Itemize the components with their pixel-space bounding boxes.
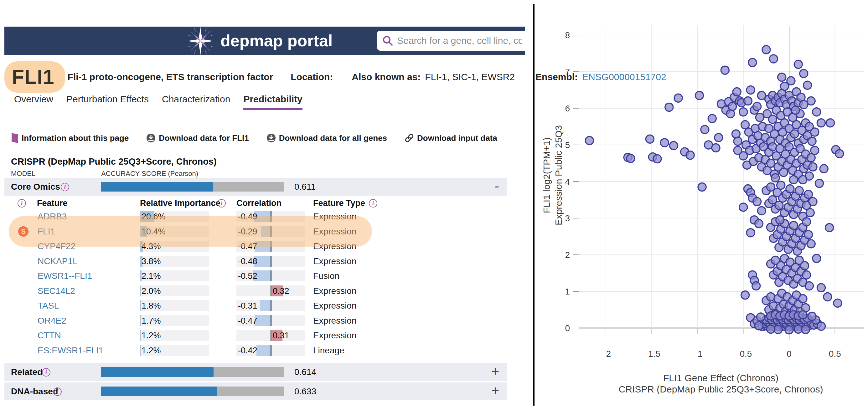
feature-link[interactable]: FLI1	[38, 227, 55, 236]
data-point[interactable]	[805, 282, 813, 290]
data-point[interactable]	[807, 240, 815, 248]
data-point[interactable]	[776, 216, 784, 224]
data-point[interactable]	[815, 179, 824, 187]
data-point[interactable]	[670, 141, 678, 150]
data-point[interactable]	[757, 207, 766, 215]
feature-info-icon[interactable]: i	[18, 199, 26, 208]
data-point[interactable]	[762, 46, 770, 54]
data-point[interactable]	[795, 187, 803, 195]
feature-link[interactable]: EWSR1--FLI1	[38, 271, 92, 281]
data-point[interactable]	[817, 119, 825, 127]
data-point[interactable]	[808, 312, 816, 320]
tab-predictability[interactable]: Predictability	[243, 94, 302, 110]
data-point[interactable]	[790, 176, 798, 184]
importance-info-icon[interactable]: i	[217, 199, 226, 208]
data-point[interactable]	[785, 326, 793, 334]
data-point[interactable]	[746, 229, 755, 237]
feature-type-info-icon[interactable]: i	[369, 199, 377, 208]
data-point[interactable]	[794, 60, 802, 68]
data-point[interactable]	[817, 284, 825, 292]
data-point[interactable]	[771, 174, 779, 182]
tab-characterization[interactable]: Characterization	[162, 94, 230, 110]
data-point[interactable]	[734, 137, 742, 145]
info-icon[interactable]: i	[61, 183, 69, 191]
expand-button[interactable]: +	[491, 365, 499, 378]
data-point[interactable]	[806, 209, 814, 217]
data-point[interactable]	[726, 110, 735, 118]
data-point[interactable]	[804, 81, 812, 89]
data-point[interactable]	[802, 325, 810, 334]
brand[interactable]: depmap portal	[185, 27, 333, 55]
data-point[interactable]	[786, 185, 794, 193]
feature-link[interactable]: SEC14L2	[38, 286, 75, 296]
data-point[interactable]	[834, 299, 842, 307]
data-point[interactable]	[801, 262, 809, 270]
data-point[interactable]	[799, 311, 807, 319]
data-point[interactable]	[753, 102, 761, 111]
data-point[interactable]	[778, 73, 786, 82]
data-point[interactable]	[653, 155, 661, 163]
data-point[interactable]	[646, 135, 654, 143]
data-point[interactable]	[744, 97, 752, 105]
data-point[interactable]	[755, 322, 763, 330]
data-point[interactable]	[695, 91, 703, 99]
data-point[interactable]	[820, 165, 828, 173]
data-point[interactable]	[813, 254, 821, 262]
data-point[interactable]	[741, 291, 749, 299]
tab-overview[interactable]: Overview	[14, 94, 53, 110]
data-point[interactable]	[698, 183, 706, 191]
data-point[interactable]	[752, 282, 760, 290]
info-icon[interactable]: i	[42, 368, 51, 377]
feature-link[interactable]: ADRB3	[38, 212, 67, 222]
data-point[interactable]	[756, 313, 765, 321]
data-point[interactable]	[728, 102, 737, 111]
feature-link[interactable]: ES:EWSR1-FLI1	[38, 346, 103, 355]
data-point[interactable]	[748, 59, 756, 67]
data-point[interactable]	[739, 203, 747, 211]
data-point[interactable]	[811, 128, 819, 136]
action-information-about-this-page[interactable]: Information about this page	[11, 133, 129, 143]
data-point[interactable]	[824, 293, 832, 301]
data-point[interactable]	[777, 181, 785, 189]
data-point[interactable]	[733, 88, 741, 96]
data-point[interactable]	[804, 231, 812, 239]
data-point[interactable]	[809, 197, 817, 206]
data-point[interactable]	[753, 197, 761, 206]
data-point[interactable]	[790, 221, 798, 229]
data-point[interactable]	[792, 106, 800, 114]
data-point[interactable]	[826, 223, 834, 231]
info-icon[interactable]: i	[53, 387, 62, 396]
feature-link[interactable]: OR4E2	[38, 316, 66, 326]
feature-link[interactable]: NCKAP1L	[38, 256, 78, 266]
data-point[interactable]	[769, 55, 777, 63]
gene-effect-scatter-plot[interactable]: 012345678−2−1.5−1−0.500.5FLI1 Gene Effec…	[536, 0, 868, 410]
feature-link[interactable]: TASL	[38, 301, 59, 311]
collapse-button[interactable]: -	[495, 180, 499, 193]
data-point[interactable]	[835, 150, 844, 158]
scatter-points[interactable]	[585, 46, 844, 334]
data-point[interactable]	[807, 97, 815, 105]
search-input[interactable]	[397, 35, 522, 46]
data-point[interactable]	[715, 134, 723, 142]
data-point[interactable]	[800, 69, 808, 77]
tab-perturbation-effects[interactable]: Perturbation Effects	[66, 94, 149, 110]
data-point[interactable]	[799, 176, 807, 184]
data-point[interactable]	[809, 163, 817, 171]
data-point[interactable]	[686, 151, 694, 159]
data-point[interactable]	[721, 66, 729, 74]
action-download-input-data[interactable]: Download input data	[405, 133, 497, 143]
data-point[interactable]	[701, 126, 709, 134]
data-point[interactable]	[804, 190, 812, 198]
data-point[interactable]	[712, 144, 720, 152]
data-point[interactable]	[585, 136, 593, 145]
data-point[interactable]	[813, 108, 821, 116]
global-search[interactable]	[377, 31, 525, 51]
data-point[interactable]	[734, 147, 742, 155]
feature-link[interactable]: CTTN	[38, 330, 61, 341]
action-download-data-for-fli1[interactable]: Download data for FLI1	[146, 133, 249, 143]
data-point[interactable]	[755, 220, 763, 228]
data-point[interactable]	[739, 108, 747, 116]
data-point[interactable]	[808, 137, 816, 145]
data-point[interactable]	[746, 86, 755, 94]
data-point[interactable]	[665, 103, 673, 112]
